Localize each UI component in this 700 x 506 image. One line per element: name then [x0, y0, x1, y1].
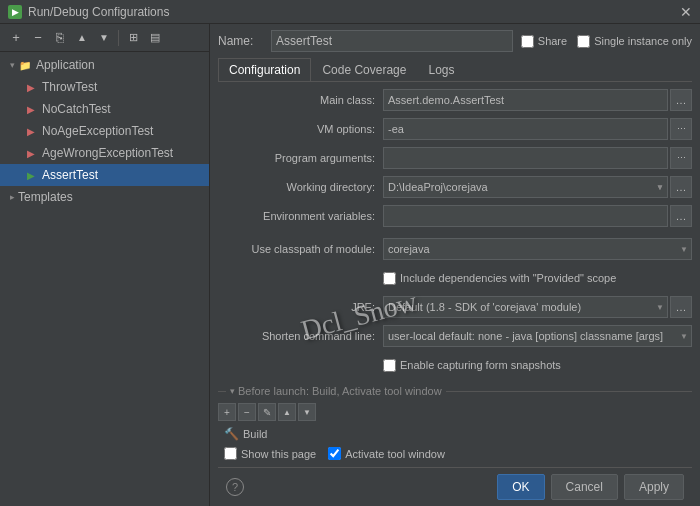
working-dir-label: Working directory: [218, 180, 383, 194]
tree-item-agewrongexceptiontest[interactable]: ▶ AgeWrongExceptionTest [0, 142, 209, 164]
build-icon: 🔨 [224, 427, 239, 441]
help-button[interactable]: ? [226, 478, 244, 496]
toolbar-separator [118, 30, 119, 46]
copy-configuration-button[interactable]: ⎘ [50, 28, 70, 48]
before-launch-edit-button[interactable]: ✎ [258, 403, 276, 421]
program-args-input[interactable] [383, 147, 668, 169]
apply-button[interactable]: Apply [624, 474, 684, 500]
filter-button[interactable]: ▤ [145, 28, 165, 48]
classpath-label: Use classpath of module: [218, 242, 383, 256]
agewrongexceptiontest-icon: ▶ [24, 146, 38, 160]
remove-configuration-button[interactable]: − [28, 28, 48, 48]
share-checkbox-row[interactable]: Share [521, 35, 567, 48]
classpath-select[interactable]: corejava [383, 238, 692, 260]
cancel-button[interactable]: Cancel [551, 474, 618, 500]
add-configuration-button[interactable]: + [6, 28, 26, 48]
application-group-label: Application [36, 58, 95, 72]
capturing-checkbox[interactable] [383, 359, 396, 372]
build-label: Build [243, 428, 267, 440]
throwtest-label: ThrowTest [42, 80, 97, 94]
asserttest-label: AssertTest [42, 168, 98, 182]
bottom-bar: ? OK Cancel Apply [218, 467, 692, 506]
noageexceptiontest-icon: ▶ [24, 124, 38, 138]
tab-code-coverage[interactable]: Code Coverage [311, 58, 417, 81]
before-launch-add-button[interactable]: + [218, 403, 236, 421]
show-page-checkbox-label[interactable]: Show this page [224, 447, 316, 460]
tree-group-templates[interactable]: ▸ Templates [0, 186, 209, 208]
name-input[interactable] [271, 30, 513, 52]
program-args-label: Program arguments: [218, 151, 383, 165]
single-instance-label: Single instance only [594, 35, 692, 47]
vm-options-input[interactable] [383, 118, 668, 140]
shorten-cmd-label: Shorten command line: [218, 329, 383, 343]
before-launch-down-button[interactable]: ▼ [298, 403, 316, 421]
single-instance-checkbox-row[interactable]: Single instance only [577, 35, 692, 48]
asserttest-icon: ▶ [24, 168, 38, 182]
tree-item-throwtest[interactable]: ▶ ThrowTest [0, 76, 209, 98]
tab-configuration[interactable]: Configuration [218, 58, 311, 81]
include-deps-checkbox[interactable] [383, 272, 396, 285]
before-launch-section: ▾ Before launch: Build, Activate tool wi… [218, 385, 692, 397]
noageexceptiontest-label: NoAgeExceptionTest [42, 124, 153, 138]
close-button[interactable]: ✕ [680, 4, 692, 20]
expand-arrow-icon: ▾ [6, 60, 18, 70]
activate-tool-window-checkbox-label[interactable]: Activate tool window [328, 447, 445, 460]
env-vars-input[interactable] [383, 205, 668, 227]
env-vars-label: Environment variables: [218, 209, 383, 223]
working-dir-browse-button[interactable]: … [670, 176, 692, 198]
nocatchtest-icon: ▶ [24, 102, 38, 116]
include-deps-checkbox-label[interactable]: Include dependencies with "Provided" sco… [383, 272, 616, 285]
ok-button[interactable]: OK [497, 474, 544, 500]
nocatchtest-label: NoCatchTest [42, 102, 111, 116]
jre-label: JRE: [218, 300, 383, 314]
show-page-label: Show this page [241, 448, 316, 460]
tree-item-asserttest[interactable]: ▶ AssertTest [0, 164, 209, 186]
capturing-checkbox-label[interactable]: Enable capturing form snapshots [383, 359, 561, 372]
activate-tool-window-checkbox[interactable] [328, 447, 341, 460]
vm-options-expand-button[interactable]: ⋯ [670, 118, 692, 140]
shorten-cmd-select[interactable]: user-local default: none - java [options… [383, 325, 692, 347]
working-dir-input[interactable] [383, 176, 668, 198]
show-page-checkbox[interactable] [224, 447, 237, 460]
activate-tool-window-label: Activate tool window [345, 448, 445, 460]
throwtest-icon: ▶ [24, 80, 38, 94]
before-launch-label: Before launch: Build, Activate tool wind… [238, 385, 442, 397]
tab-bar: Configuration Code Coverage Logs [218, 58, 692, 82]
configuration-tree: ▾ 📁 Application ▶ ThrowTest ▶ NoCatchTes… [0, 52, 209, 506]
name-label: Name: [218, 34, 263, 48]
share-checkbox[interactable] [521, 35, 534, 48]
application-folder-icon: 📁 [18, 58, 32, 72]
templates-arrow-icon: ▸ [6, 192, 18, 202]
agewrongexceptiontest-label: AgeWrongExceptionTest [42, 146, 173, 160]
tree-group-application[interactable]: ▾ 📁 Application [0, 54, 209, 76]
jre-browse-button[interactable]: … [670, 296, 692, 318]
build-item: 🔨 Build [218, 425, 692, 443]
window-title: Run/Debug Configurations [28, 5, 169, 19]
sort-button[interactable]: ⊞ [123, 28, 143, 48]
tab-logs[interactable]: Logs [417, 58, 465, 81]
configuration-form: Main class: … VM options: ⋯ Program argu… [218, 88, 692, 467]
tree-item-nocatchtest[interactable]: ▶ NoCatchTest [0, 98, 209, 120]
capturing-label: Enable capturing form snapshots [400, 359, 561, 371]
move-down-button[interactable]: ▼ [94, 28, 114, 48]
window-icon: ▶ [8, 5, 22, 19]
main-class-label: Main class: [218, 93, 383, 107]
templates-label: Templates [18, 190, 73, 204]
include-deps-label: Include dependencies with "Provided" sco… [400, 272, 616, 284]
move-up-button[interactable]: ▲ [72, 28, 92, 48]
tree-item-noageexceptiontest[interactable]: ▶ NoAgeExceptionTest [0, 120, 209, 142]
env-vars-browse-button[interactable]: … [670, 205, 692, 227]
before-launch-remove-button[interactable]: − [238, 403, 256, 421]
jre-select[interactable]: Default (1.8 - SDK of 'corejava' module) [383, 296, 668, 318]
single-instance-checkbox[interactable] [577, 35, 590, 48]
program-args-expand-button[interactable]: ⋯ [670, 147, 692, 169]
before-launch-up-button[interactable]: ▲ [278, 403, 296, 421]
main-class-input[interactable] [383, 89, 668, 111]
main-class-browse-button[interactable]: … [670, 89, 692, 111]
share-label: Share [538, 35, 567, 47]
vm-options-label: VM options: [218, 122, 383, 136]
